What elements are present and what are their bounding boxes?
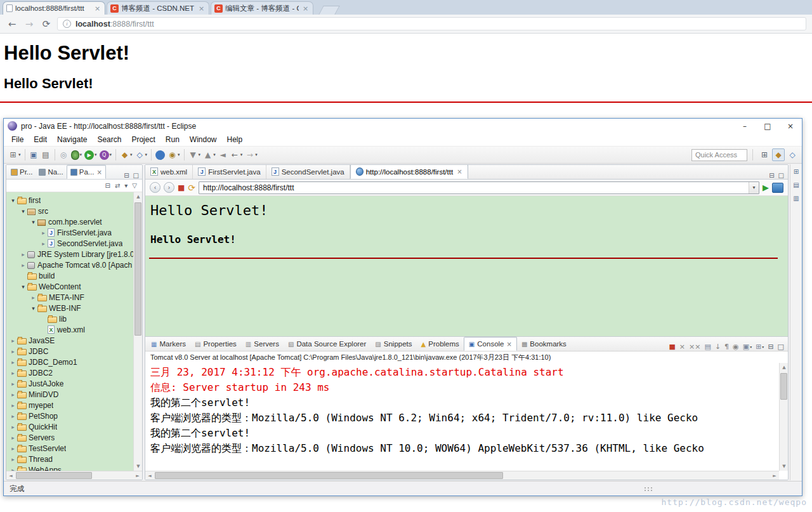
editor-tab[interactable]: JFirstServlet.java: [193, 164, 266, 179]
expand-arrow-icon[interactable]: ▸: [9, 391, 17, 398]
window-minimize-button[interactable]: –: [733, 119, 756, 133]
tree-item-build[interactable]: build: [6, 270, 142, 281]
internal-url-field[interactable]: http://localhost:8888/first/ttt ▾: [199, 181, 759, 194]
browser-tab[interactable]: C编辑文章 - 博客频道 - C×: [211, 1, 313, 15]
explorer-vertical-scrollbar[interactable]: ▲ ▼: [133, 192, 142, 471]
console-horizontal-scrollbar[interactable]: ◄ ►: [145, 471, 779, 480]
view-close-icon[interactable]: ×: [96, 169, 102, 176]
expand-arrow-icon[interactable]: ▸: [9, 424, 17, 430]
minimize-console-icon[interactable]: ⊟: [768, 343, 773, 351]
next-annotation-icon[interactable]: ▼▾: [187, 149, 202, 161]
expand-arrow-icon[interactable]: ▸: [9, 456, 17, 463]
view-tab-console[interactable]: ▣Console×: [464, 337, 517, 351]
browser-forward-button[interactable]: ›: [164, 182, 174, 193]
minimize-view-icon[interactable]: ⊟: [124, 172, 129, 179]
scroll-left-icon[interactable]: ◄: [145, 471, 154, 480]
forward-button[interactable]: →: [23, 18, 36, 30]
print-icon[interactable]: ▤: [40, 149, 52, 161]
scroll-up-icon[interactable]: ▲: [780, 363, 789, 372]
expand-arrow-icon[interactable]: ▾: [9, 197, 17, 204]
explorer-view-tab-na[interactable]: Na...: [36, 165, 66, 179]
tab-close-icon[interactable]: ×: [197, 4, 206, 13]
restore-view1-icon[interactable]: ⊞: [794, 168, 799, 175]
expand-arrow-icon[interactable]: ▸: [19, 251, 27, 258]
new-wizard-icon[interactable]: ⊞▾: [7, 149, 22, 161]
scroll-left-icon[interactable]: ◄: [6, 471, 15, 480]
address-bar[interactable]: i localhost:8888/first/ttt: [57, 17, 806, 30]
tree-item-lib[interactable]: lib: [6, 313, 142, 324]
remove-all-launches-icon[interactable]: ××: [689, 343, 700, 351]
skip-breakpoints-icon[interactable]: ◎: [58, 149, 70, 161]
resource-perspective-icon[interactable]: ◇: [786, 148, 799, 161]
new-java-ee-project-icon[interactable]: ◆▾: [119, 149, 134, 161]
tree-item-thread[interactable]: ▸Thread: [6, 454, 142, 464]
scroll-up-icon[interactable]: ▲: [134, 192, 143, 201]
expand-arrow-icon[interactable]: ▾: [29, 305, 37, 312]
tree-item-minidvd[interactable]: ▸MiniDVD: [6, 389, 142, 400]
scrollbar-thumb[interactable]: [134, 202, 141, 336]
open-external-browser-icon[interactable]: [772, 183, 783, 193]
browser-refresh-button[interactable]: ⟳: [188, 183, 195, 193]
browser-back-button[interactable]: ‹: [150, 182, 160, 193]
open-perspective-icon[interactable]: ⊞: [758, 148, 771, 161]
menu-navigate[interactable]: Navigate: [52, 135, 92, 144]
last-edit-location-icon[interactable]: ◄: [217, 149, 229, 161]
prev-annotation-icon[interactable]: ▲▾: [202, 149, 217, 161]
scrollbar-thumb[interactable]: [780, 373, 787, 400]
menu-file[interactable]: File: [6, 135, 29, 144]
view-tab-bookmarks[interactable]: ▩Bookmarks: [517, 337, 571, 351]
url-dropdown-icon[interactable]: ▾: [749, 182, 759, 194]
maximize-view-icon[interactable]: □: [133, 172, 139, 179]
web-browser-icon[interactable]: [154, 149, 166, 161]
back-icon[interactable]: ←▾: [229, 149, 244, 161]
editor-tab[interactable]: Xweb.xml: [145, 164, 193, 179]
expand-arrow-icon[interactable]: ▸: [9, 348, 17, 355]
expand-arrow-icon[interactable]: ▸: [9, 435, 17, 441]
scroll-down-icon[interactable]: ▼: [780, 462, 789, 471]
expand-arrow-icon[interactable]: ▸: [9, 381, 17, 387]
terminate-icon[interactable]: ■: [669, 343, 675, 351]
tree-item-web-xml[interactable]: Xweb.xml: [6, 324, 142, 335]
tree-item-com-hpe-servlet[interactable]: ▾com.hpe.servlet: [6, 216, 142, 227]
pin-console-icon[interactable]: ◉: [733, 343, 739, 351]
tree-item-src[interactable]: ▾src: [6, 206, 142, 216]
restore-view2-icon[interactable]: ▤: [793, 181, 799, 188]
tree-item-firstservlet-java[interactable]: ▸JFirstServlet.java: [6, 227, 142, 238]
menu-window[interactable]: Window: [185, 135, 222, 144]
run-icon[interactable]: ▶▾: [83, 149, 98, 161]
maximize-console-icon[interactable]: □: [778, 343, 784, 351]
restore-view3-icon[interactable]: ▥: [793, 195, 799, 202]
expand-arrow-icon[interactable]: ▸: [29, 294, 37, 301]
debug-icon[interactable]: ▾: [70, 149, 84, 161]
editor-tab[interactable]: JSecondServlet.java: [266, 164, 350, 179]
expand-arrow-icon[interactable]: ▸: [9, 413, 17, 419]
menu-project[interactable]: Project: [126, 135, 160, 144]
browser-stop-button[interactable]: ■: [178, 183, 185, 192]
profile-icon[interactable]: Q▾: [98, 149, 114, 161]
open-console-icon[interactable]: ⊞▾: [756, 343, 764, 351]
minimize-editor-icon[interactable]: ⊟: [769, 172, 774, 179]
search-icon[interactable]: ◉▾: [166, 149, 181, 161]
tree-item-jdbc_demo1[interactable]: ▸JDBC_Demo1: [6, 357, 142, 367]
tree-item-web-inf[interactable]: ▾WEB-INF: [6, 303, 142, 313]
remove-launch-icon[interactable]: ×: [679, 343, 685, 351]
explorer-horizontal-scrollbar[interactable]: ◄ ►: [6, 471, 142, 480]
expand-arrow-icon[interactable]: ▸: [9, 445, 17, 452]
tree-item-javase[interactable]: ▸JavaSE: [6, 335, 142, 346]
tree-item-petshop[interactable]: ▸PetShop: [6, 410, 142, 421]
expand-arrow-icon[interactable]: ▾: [19, 208, 27, 214]
menu-search[interactable]: Search: [92, 135, 126, 144]
view-tab-markers[interactable]: ▦Markers: [147, 337, 190, 351]
tree-item-jre-system-library-jre1-8-0[interactable]: ▸JRE System Library [jre1.8.0: [6, 249, 142, 259]
explorer-view-tab-pr[interactable]: Pr...: [8, 165, 36, 179]
view-tab-data-source-explorer[interactable]: ▧Data Source Explorer: [284, 337, 370, 351]
view-tab-problems[interactable]: ▲Problems: [417, 337, 464, 351]
save-icon[interactable]: ▣: [28, 149, 40, 161]
go-button[interactable]: ▶: [763, 183, 769, 192]
tree-item-jdbc[interactable]: ▸JDBC: [6, 346, 142, 357]
tree-item-meta-inf[interactable]: ▸META-INF: [6, 292, 142, 303]
view-tab-servers[interactable]: ▥Servers: [241, 337, 284, 351]
javaee-perspective-icon[interactable]: ◆: [772, 148, 785, 161]
forward-icon[interactable]: →▾: [244, 149, 259, 161]
scroll-lock-icon[interactable]: ↓: [715, 343, 721, 351]
